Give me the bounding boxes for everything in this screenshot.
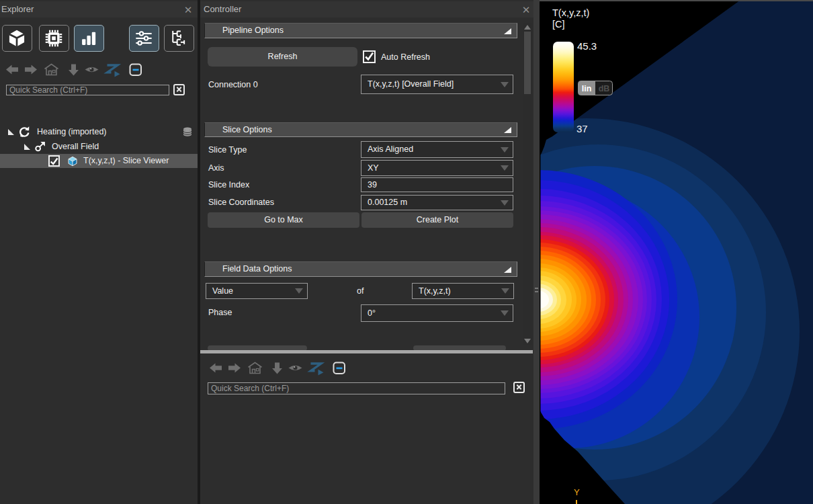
svg-text:dB: dB — [599, 84, 610, 93]
svg-text:37: 37 — [576, 123, 588, 134]
svg-text:lin: lin — [582, 84, 592, 93]
svg-text:T(x,y,z,t): T(x,y,z,t) — [552, 7, 589, 18]
svg-text:45.3: 45.3 — [577, 40, 597, 52]
svg-text:Y: Y — [574, 487, 580, 497]
svg-text:[C]: [C] — [552, 19, 565, 30]
